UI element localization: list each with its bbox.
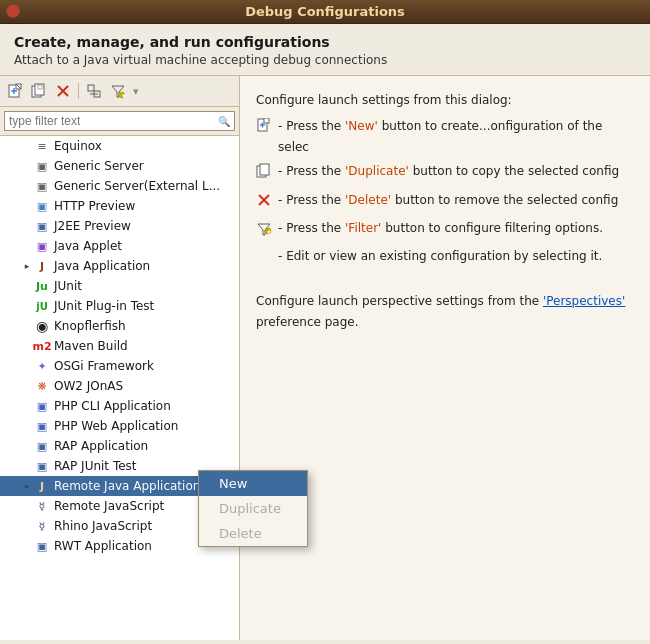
hint-filter-text: - Press the 'Filter' button to configure… — [278, 218, 634, 238]
php-cli-icon: ▣ — [34, 398, 50, 414]
perspectives-text: Configure launch perspective settings fr… — [256, 291, 634, 332]
junit-icon: Ju — [34, 278, 50, 294]
right-panel: Configure launch settings from this dial… — [240, 76, 650, 640]
junit-plugin-icon: jU — [34, 298, 50, 314]
filter-dropdown-arrow[interactable]: ▾ — [133, 85, 139, 98]
generic-server-ext-icon: ▣ — [34, 178, 50, 194]
context-menu: New Duplicate Delete — [198, 470, 308, 547]
list-item[interactable]: ▣ J2EE Preview — [0, 216, 239, 236]
rwt-icon: ▣ — [34, 538, 50, 554]
item-label: Knopflerfish — [54, 319, 235, 333]
item-label: JUnit — [54, 279, 235, 293]
perspectives-link[interactable]: 'Perspectives' — [543, 294, 625, 308]
window-controls — [6, 4, 20, 18]
hint-edit-text: - Edit or view an existing configuration… — [278, 246, 634, 266]
svg-rect-10 — [88, 85, 94, 91]
filter-button[interactable]: ★ — [107, 80, 129, 102]
java-applet-icon: ▣ — [34, 238, 50, 254]
close-button[interactable] — [6, 4, 20, 18]
hint-delete: - Press the 'Delete' button to remove th… — [256, 190, 634, 214]
svg-rect-7 — [38, 85, 42, 89]
item-label: HTTP Preview — [54, 199, 235, 213]
filter-clear-icon[interactable]: 🔍 — [218, 116, 230, 127]
filter-input[interactable] — [9, 113, 218, 129]
item-label: Generic Server(External L... — [54, 179, 235, 193]
item-label: OSGi Framework — [54, 359, 235, 373]
list-item[interactable]: ❋ OW2 JOnAS — [0, 376, 239, 396]
hint-delete-text: - Press the 'Delete' button to remove th… — [278, 190, 634, 210]
hint-edit: - Edit or view an existing configuration… — [256, 246, 634, 266]
item-label: Java Application — [54, 259, 235, 273]
context-menu-duplicate: Duplicate — [199, 496, 307, 521]
item-label: Generic Server — [54, 159, 235, 173]
hint-duplicate-text: - Press the 'Duplicate' button to copy t… — [278, 161, 634, 181]
php-web-icon: ▣ — [34, 418, 50, 434]
list-item[interactable]: ▣ Generic Server(External L... — [0, 176, 239, 196]
svg-text:★: ★ — [266, 228, 271, 235]
item-label: PHP Web Application — [54, 419, 235, 433]
filter-input-container: 🔍 — [4, 111, 235, 131]
intro-text: Configure launch settings from this dial… — [256, 90, 634, 110]
main-content: ★ ▾ 🔍 ≡ Equinox ▣ Gener — [0, 76, 650, 640]
http-preview-icon: ▣ — [34, 198, 50, 214]
context-menu-delete: Delete — [199, 521, 307, 546]
expand-icon: ▸ — [20, 261, 34, 271]
item-label: OW2 JOnAS — [54, 379, 235, 393]
item-label: Equinox — [54, 139, 235, 153]
left-panel: ★ ▾ 🔍 ≡ Equinox ▣ Gener — [0, 76, 240, 640]
item-label: RAP Application — [54, 439, 235, 453]
osgi-icon: ✦ — [34, 358, 50, 374]
list-item[interactable]: ◉ Knopflerfish — [0, 316, 239, 336]
header: Create, manage, and run configurations A… — [0, 24, 650, 76]
list-item[interactable]: ▣ HTTP Preview — [0, 196, 239, 216]
list-item[interactable]: ≡ Equinox — [0, 136, 239, 156]
generic-server-icon: ▣ — [34, 158, 50, 174]
ow2-icon: ❋ — [34, 378, 50, 394]
delete-config-button[interactable] — [52, 80, 74, 102]
hint-duplicate: - Press the 'Duplicate' button to copy t… — [256, 161, 634, 185]
list-item[interactable]: ▣ RAP Application — [0, 436, 239, 456]
item-label: Java Applet — [54, 239, 235, 253]
remote-js-icon: ☿ — [34, 498, 50, 514]
toolbar: ★ ▾ — [0, 76, 239, 107]
duplicate-doc-icon — [256, 163, 272, 185]
item-label: J2EE Preview — [54, 219, 235, 233]
duplicate-config-button[interactable] — [28, 80, 50, 102]
collapse-all-button[interactable] — [83, 80, 105, 102]
list-item[interactable]: ▣ PHP CLI Application — [0, 396, 239, 416]
equinox-icon: ≡ — [34, 138, 50, 154]
svg-rect-21 — [260, 164, 269, 175]
item-label: PHP CLI Application — [54, 399, 235, 413]
list-item[interactable]: m2 Maven Build — [0, 336, 239, 356]
new-config-button[interactable] — [4, 80, 26, 102]
list-item[interactable]: ▣ PHP Web Application — [0, 416, 239, 436]
filter-wrap: 🔍 — [0, 107, 239, 136]
hint-new: - Press the 'New' button to create...onf… — [256, 116, 634, 157]
context-menu-new[interactable]: New — [199, 471, 307, 496]
list-item[interactable]: Ju JUnit — [0, 276, 239, 296]
list-item[interactable]: ▣ Generic Server — [0, 156, 239, 176]
header-title: Create, manage, and run configurations — [14, 34, 636, 50]
rap-icon: ▣ — [34, 438, 50, 454]
new-doc-icon — [256, 118, 272, 140]
rap-junit-icon: ▣ — [34, 458, 50, 474]
maven-icon: m2 — [34, 338, 50, 354]
remote-java-icon: J — [34, 478, 50, 494]
svg-text:★: ★ — [121, 92, 127, 99]
java-application-icon: J — [34, 258, 50, 274]
item-label: JUnit Plug-in Test — [54, 299, 235, 313]
delete-x-icon — [256, 192, 272, 214]
expand-icon: ▸ — [20, 481, 34, 491]
j2ee-icon: ▣ — [34, 218, 50, 234]
item-label: Maven Build — [54, 339, 235, 353]
hint-filter: ★ - Press the 'Filter' button to configu… — [256, 218, 634, 242]
hint-new-text: - Press the 'New' button to create...onf… — [278, 116, 634, 157]
list-item[interactable]: ✦ OSGi Framework — [0, 356, 239, 376]
list-item[interactable]: ▸ J Java Application — [0, 256, 239, 276]
list-item[interactable]: jU JUnit Plug-in Test — [0, 296, 239, 316]
dialog-title: Debug Configurations — [245, 4, 405, 19]
svg-rect-17 — [264, 118, 269, 123]
toolbar-separator — [78, 83, 79, 99]
list-item[interactable]: ▣ Java Applet — [0, 236, 239, 256]
tree-list: ≡ Equinox ▣ Generic Server ▣ Generic Ser… — [0, 136, 239, 640]
